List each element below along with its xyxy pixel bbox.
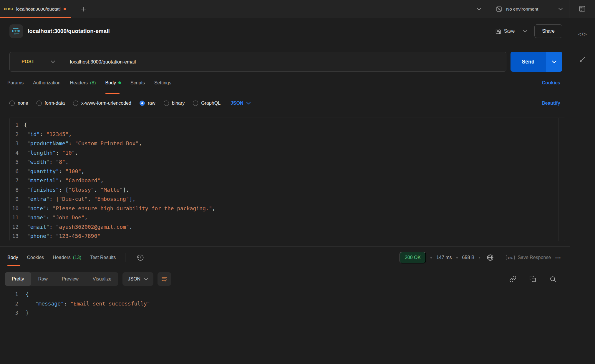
network-info-button[interactable] (485, 252, 496, 263)
code-line[interactable]: 13 "phone": "123-456-7890" (10, 231, 565, 241)
tab-body[interactable]: Body (105, 72, 121, 94)
code-line[interactable]: 7 "material": "Cardboard", (10, 176, 565, 185)
response-header: Body Cookies Headers (13) Test Results 2… (0, 247, 570, 268)
ellipsis-icon: ••• (555, 256, 561, 260)
line-number: 1 (0, 290, 18, 299)
indent-guide (23, 130, 23, 241)
code-text: "email": "ayush362002@gamil.com", (19, 222, 132, 232)
right-sidebar: </> (570, 18, 595, 364)
chevron-down-icon (552, 60, 556, 64)
code-line[interactable]: 1{ (0, 290, 570, 299)
view-pretty[interactable]: Pretty (5, 272, 31, 286)
request-title: localhost:3000/quotation-email (28, 28, 110, 34)
code-line[interactable]: 5 "width": "8", (10, 157, 565, 167)
beautify-link[interactable]: Beautify (542, 101, 560, 106)
code-text: "extra": ["Die-cut", "Embossing"], (19, 194, 135, 204)
tab-settings[interactable]: Settings (154, 72, 171, 94)
globe-icon (486, 254, 494, 261)
save-button[interactable]: Save (495, 27, 527, 35)
save-response-button[interactable]: e.g. Save Response (506, 255, 551, 260)
wrap-text-button[interactable] (158, 272, 171, 286)
body-type-binary[interactable]: binary (164, 101, 185, 106)
tab-method-label: POST (4, 7, 14, 11)
plus-icon (80, 6, 87, 12)
code-line[interactable]: 1{ (10, 120, 565, 130)
body-type-raw[interactable]: raw (140, 101, 155, 106)
response-body-code: 1{2 "message": "Email sent successfully"… (0, 290, 570, 318)
code-line[interactable]: 9 "extra": ["Die-cut", "Embossing"], (10, 194, 565, 204)
code-line[interactable]: 6 "quantity": "100", (10, 167, 565, 176)
url-input[interactable] (64, 59, 506, 65)
body-type-form-data[interactable]: form-data (37, 101, 65, 106)
link-icon (509, 275, 516, 283)
environment-quick-look-button[interactable] (576, 3, 588, 15)
code-line[interactable]: 3} (0, 308, 570, 318)
view-raw[interactable]: Raw (31, 272, 55, 286)
body-type-graphql[interactable]: GraphQL (193, 101, 221, 106)
divider (569, 0, 569, 18)
search-response-button[interactable] (548, 274, 558, 284)
tab-title-label: localhost:3000/quotati (16, 6, 61, 12)
code-snippet-button[interactable]: </> (576, 29, 589, 39)
chevron-down-icon (523, 30, 527, 33)
code-line[interactable]: 10 "note": "Please ensure high durabilit… (10, 204, 565, 213)
method-selector[interactable]: POST (10, 59, 64, 64)
code-line[interactable]: 8 "finishes": ["Glossy", "Matte"], (10, 185, 565, 195)
line-number: 3 (10, 139, 19, 148)
request-body-code: 1{2 "id": "12345",3 "productName": "Cust… (10, 120, 565, 241)
tab-authorization[interactable]: Authorization (33, 72, 60, 94)
new-tab-button[interactable] (79, 4, 89, 14)
body-language-selector[interactable]: JSON (231, 101, 251, 106)
response-history-button[interactable] (135, 252, 146, 263)
code-line[interactable]: 2 "id": "12345", (10, 130, 565, 139)
code-icon: </> (578, 31, 587, 38)
history-clock-icon (137, 254, 144, 261)
url-row: POST Send (9, 52, 562, 72)
cookies-link[interactable]: Cookies (542, 80, 560, 86)
response-tab-headers[interactable]: Headers (13) (53, 247, 81, 268)
code-line[interactable]: 3 "productName": "Custom Printed Box", (10, 139, 565, 148)
code-line[interactable]: 12 "email": "ayush362002@gamil.com", (10, 222, 565, 232)
share-button[interactable]: Share (534, 24, 562, 38)
body-type-urlencoded[interactable]: x-www-form-urlencoded (73, 101, 131, 106)
response-tab-test-results[interactable]: Test Results (90, 247, 116, 268)
tab-overflow-button[interactable] (475, 6, 483, 12)
request-tabs: Params Authorization Headers (8) Body Sc… (0, 72, 570, 94)
code-line[interactable]: 2 "message": "Email sent successfully" (0, 299, 570, 308)
tab-scripts[interactable]: Scripts (130, 72, 145, 94)
url-bar: POST (9, 52, 506, 72)
dot-separator-icon (430, 257, 432, 258)
environment-selector[interactable]: No environment (489, 0, 569, 18)
response-tab-body[interactable]: Body (7, 247, 18, 268)
code-line[interactable]: 4 "lengthh": "10", (10, 148, 565, 158)
body-type-none[interactable]: none (9, 101, 28, 106)
response-language-selector[interactable]: JSON (122, 272, 153, 286)
code-text: "id": "12345", (19, 130, 72, 139)
request-tab-active[interactable]: POST localhost:3000/quotati (0, 0, 71, 18)
tab-params[interactable]: Params (7, 72, 24, 94)
more-actions-button[interactable]: ••• (555, 256, 561, 260)
indent-guide (25, 299, 25, 308)
request-body-editor[interactable]: 1{2 "id": "12345",3 "productName": "Cust… (9, 118, 565, 241)
radio-icon (193, 101, 198, 106)
unsaved-dot-icon (64, 8, 66, 10)
send-button[interactable]: Send (511, 52, 546, 72)
copy-link-button[interactable] (508, 274, 518, 284)
send-options-button[interactable] (546, 52, 562, 72)
status-code-badge[interactable]: 200 OK (400, 252, 426, 263)
line-number: 8 (10, 185, 19, 195)
response-pane: Body Cookies Headers (13) Test Results 2… (0, 246, 570, 364)
expand-pane-button[interactable] (577, 54, 588, 65)
code-line[interactable]: 11 "name": "John Doe", (10, 213, 565, 222)
expand-arrows-icon (579, 56, 586, 63)
view-visualize[interactable]: Visualize (86, 272, 119, 286)
copy-response-button[interactable] (528, 274, 538, 284)
response-body-viewer[interactable]: 1{2 "message": "Email sent successfully"… (0, 290, 570, 364)
tab-headers[interactable]: Headers (8) (70, 72, 96, 94)
response-tab-cookies[interactable]: Cookies (27, 247, 44, 268)
editor-scrollbar[interactable] (558, 118, 565, 241)
svg-text:HTTP: HTTP (12, 29, 20, 33)
response-scrollbar[interactable] (559, 290, 559, 364)
line-number: 1 (10, 120, 19, 130)
view-preview[interactable]: Preview (55, 272, 86, 286)
